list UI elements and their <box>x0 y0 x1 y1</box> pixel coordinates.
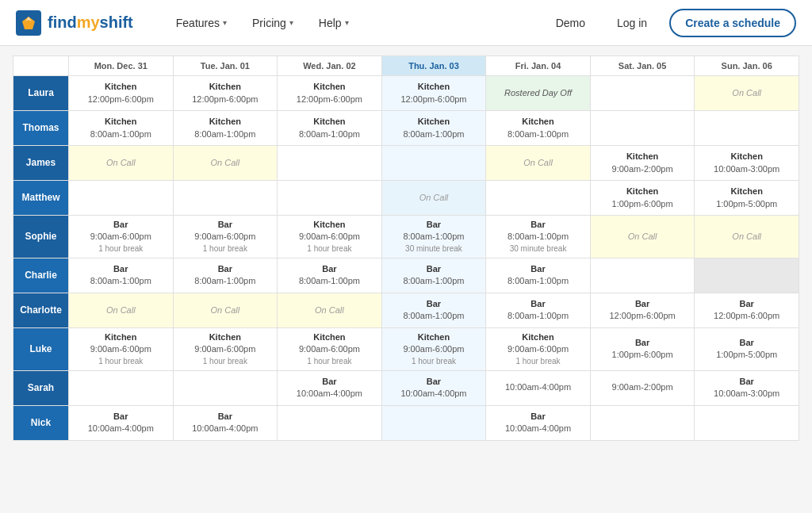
schedule-cell[interactable]: Kitchen12:00pm-6:00pm <box>381 76 486 111</box>
schedule-cell[interactable]: Bar10:00am-3:00pm <box>695 370 799 405</box>
schedule-cell[interactable]: Bar8:00am-1:00pm30 minute break <box>486 216 591 258</box>
schedule-cell[interactable]: On Call <box>69 146 174 181</box>
schedule-cell[interactable]: Kitchen9:00am-6:00pm1 hour break <box>278 216 382 258</box>
schedule-cell[interactable]: Bar1:00pm-6:00pm <box>590 327 695 370</box>
shift-location: Bar <box>740 298 754 310</box>
schedule-cell[interactable]: Bar9:00am-6:00pm1 hour break <box>69 216 174 258</box>
schedule-cell[interactable] <box>278 146 382 181</box>
schedule-cell[interactable]: Kitchen9:00am-6:00pm1 hour break <box>278 327 382 370</box>
schedule-cell[interactable]: Kitchen10:00am-3:00pm <box>695 146 799 181</box>
schedule-cell[interactable] <box>590 258 695 293</box>
schedule-cell[interactable]: Bar10:00am-4:00pm <box>69 405 174 440</box>
schedule-cell[interactable] <box>486 181 591 216</box>
schedule-cell[interactable]: Bar8:00am-1:00pm <box>69 258 174 293</box>
schedule-cell[interactable]: Kitchen9:00am-6:00pm1 hour break <box>381 327 486 370</box>
create-schedule-button[interactable]: Create a schedule <box>669 9 796 37</box>
schedule-cell[interactable]: Kitchen1:00pm-6:00pm <box>590 181 695 216</box>
schedule-row: NickBar10:00am-4:00pmBar10:00am-4:00pmBa… <box>13 405 799 440</box>
oncall-label: On Call <box>699 231 794 243</box>
schedule-cell[interactable] <box>69 181 174 216</box>
schedule-cell[interactable]: Bar9:00am-6:00pm1 hour break <box>173 216 278 258</box>
schedule-cell[interactable]: 10:00am-4:00pm <box>486 370 591 405</box>
shift-time: 10:00am-4:00pm <box>505 423 571 435</box>
schedule-cell[interactable]: Bar1:00pm-5:00pm <box>695 327 799 370</box>
schedule-cell[interactable]: Bar8:00am-1:00pm <box>278 258 382 293</box>
schedule-cell[interactable] <box>381 146 486 181</box>
schedule-cell[interactable] <box>278 405 382 440</box>
schedule-cell[interactable] <box>590 405 695 440</box>
shift-time: 8:00am-1:00pm <box>299 128 360 140</box>
shift-break: 1 hour break <box>412 356 456 367</box>
nav-login[interactable]: Log in <box>607 10 657 36</box>
schedule-cell[interactable]: On Call <box>590 216 695 258</box>
schedule-cell[interactable] <box>590 111 695 146</box>
shift-location: Kitchen <box>313 331 345 343</box>
schedule-cell[interactable]: Bar10:00am-4:00pm <box>486 405 591 440</box>
schedule-cell[interactable]: Bar12:00pm-6:00pm <box>590 293 695 327</box>
schedule-cell[interactable]: Bar8:00am-1:00pm <box>381 258 486 293</box>
schedule-cell[interactable]: On Call <box>381 181 486 216</box>
shift-location: Bar <box>530 411 545 423</box>
schedule-cell[interactable] <box>278 181 382 216</box>
schedule-cell[interactable]: Kitchen9:00am-6:00pm1 hour break <box>173 327 278 370</box>
schedule-cell[interactable]: Bar8:00am-1:00pm <box>173 258 278 293</box>
oncall-label: On Call <box>178 157 273 169</box>
schedule-cell[interactable]: Bar10:00am-4:00pm <box>381 370 486 405</box>
schedule-cell[interactable]: 9:00am-2:00pm <box>590 370 695 405</box>
schedule-cell[interactable] <box>695 111 799 146</box>
nav-pricing[interactable]: Pricing ▾ <box>241 10 304 36</box>
shift-info: Bar8:00am-1:00pm <box>491 263 585 288</box>
shift-info: Bar12:00pm-6:00pm <box>596 298 690 323</box>
schedule-cell[interactable]: Kitchen8:00am-1:00pm <box>69 111 174 146</box>
schedule-cell[interactable]: On Call <box>695 76 799 111</box>
schedule-cell[interactable]: On Call <box>486 146 591 181</box>
schedule-cell[interactable] <box>69 370 174 405</box>
schedule-cell[interactable]: On Call <box>278 293 382 327</box>
oncall-label: On Call <box>387 192 481 204</box>
shift-info: Kitchen8:00am-1:00pm <box>387 116 481 140</box>
schedule-cell[interactable] <box>695 405 799 440</box>
shift-time: 9:00am-6:00pm <box>90 231 151 243</box>
schedule-cell[interactable]: Bar8:00am-1:00pm30 minute break <box>381 216 486 258</box>
schedule-cell[interactable]: Kitchen8:00am-1:00pm <box>278 111 382 146</box>
shift-time: 1:00pm-6:00pm <box>612 349 673 361</box>
schedule-cell[interactable]: On Call <box>695 216 799 258</box>
schedule-cell[interactable]: Kitchen12:00pm-6:00pm <box>173 76 278 111</box>
schedule-cell[interactable]: Kitchen12:00pm-6:00pm <box>278 76 382 111</box>
schedule-cell[interactable]: Bar8:00am-1:00pm <box>381 293 486 327</box>
disabled-cell[interactable] <box>695 258 799 293</box>
schedule-cell[interactable]: Bar8:00am-1:00pm <box>486 293 591 327</box>
schedule-cell[interactable]: Kitchen12:00pm-6:00pm <box>69 76 174 111</box>
shift-location: Kitchen <box>522 331 553 343</box>
schedule-cell[interactable]: Kitchen8:00am-1:00pm <box>486 111 591 146</box>
shift-location: Bar <box>113 219 128 231</box>
logo[interactable]: findmyshift <box>16 10 133 36</box>
nav-help[interactable]: Help ▾ <box>308 10 360 36</box>
schedule-cell[interactable]: Bar10:00am-4:00pm <box>173 405 278 440</box>
schedule-cell[interactable]: Bar10:00am-4:00pm <box>278 370 382 405</box>
schedule-cell[interactable]: On Call <box>173 146 278 181</box>
schedule-cell[interactable] <box>173 181 278 216</box>
schedule-cell[interactable]: Kitchen8:00am-1:00pm <box>173 111 278 146</box>
shift-time: 8:00am-1:00pm <box>194 128 255 140</box>
shift-time: 12:00pm-6:00pm <box>400 94 466 105</box>
shift-break: 30 minute break <box>510 243 567 255</box>
shift-break: 1 hour break <box>307 356 351 367</box>
schedule-cell[interactable]: Rostered Day Off <box>486 76 591 111</box>
schedule-cell[interactable]: Kitchen9:00am-6:00pm1 hour break <box>486 327 591 370</box>
schedule-cell[interactable] <box>381 405 486 440</box>
nav-demo[interactable]: Demo <box>546 10 595 36</box>
nav-features[interactable]: Features ▾ <box>165 10 238 36</box>
schedule-cell[interactable]: On Call <box>69 293 174 327</box>
schedule-cell[interactable]: Kitchen1:00pm-5:00pm <box>695 181 799 216</box>
schedule-cell[interactable]: Bar8:00am-1:00pm <box>486 258 591 293</box>
schedule-cell[interactable] <box>590 76 695 111</box>
schedule-cell[interactable]: Bar12:00pm-6:00pm <box>695 293 799 327</box>
schedule-cell[interactable] <box>173 370 278 405</box>
schedule-cell[interactable]: Kitchen9:00am-6:00pm1 hour break <box>69 327 174 370</box>
schedule-cell[interactable]: On Call <box>173 293 278 327</box>
column-header: Fri. Jan. 04 <box>486 56 591 76</box>
schedule-cell[interactable]: Kitchen9:00am-2:00pm <box>590 146 695 181</box>
schedule-cell[interactable]: Kitchen8:00am-1:00pm <box>381 111 486 146</box>
shift-location: Bar <box>218 411 232 423</box>
